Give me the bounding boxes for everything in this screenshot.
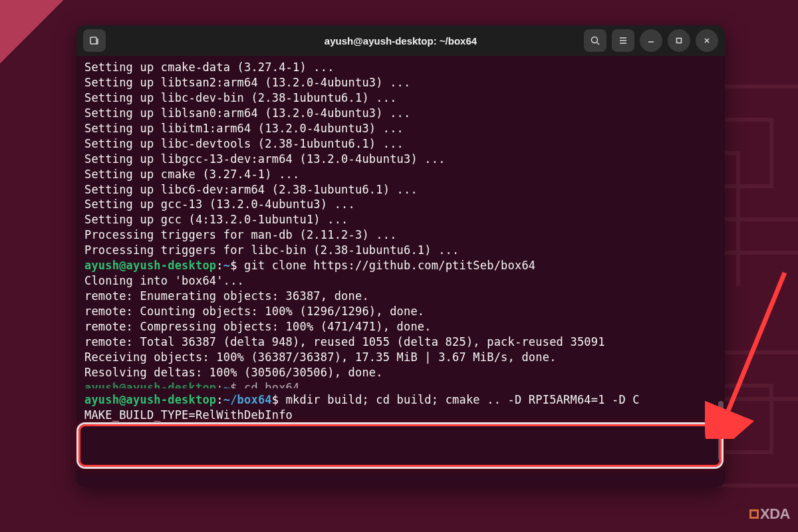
svg-rect-0 [90, 37, 96, 44]
output-line: Processing triggers for libc-bin (2.38-1… [84, 243, 717, 258]
scrollbar-thumb[interactable] [718, 401, 724, 461]
output-line: Setting up libc6-dev:arm64 (2.38-1ubuntu… [84, 182, 717, 198]
maximize-button[interactable] [668, 29, 690, 52]
output-line: Setting up liblsan0:arm64 (13.2.0-4ubunt… [84, 106, 717, 121]
prompt-path: ~ [223, 259, 230, 272]
output-line: Setting up gcc (4:13.2.0-1ubuntu1) ... [84, 212, 717, 227]
output-line: Cloning into 'box64'... [84, 273, 717, 289]
new-tab-button[interactable] [83, 29, 106, 52]
close-button[interactable] [696, 29, 718, 52]
output-line: remote: Compressing objects: 100% (471/4… [84, 319, 717, 334]
output-line: Setting up libc-devtools (2.38-1ubuntu6.… [84, 136, 717, 152]
prompt-line-current: ayush@ayush-desktop:~/box64$ mkdir build… [84, 392, 717, 408]
prompt-user: ayush@ayush-desktop [84, 259, 216, 272]
output-line: Setting up libitm1:arm64 (13.2.0-4ubuntu… [84, 121, 717, 136]
minimize-button[interactable] [640, 29, 662, 52]
output-line: Setting up cmake (3.27.4-1) ... [84, 167, 717, 182]
prompt-line: ayush@ayush-desktop:~$ git clone https:/… [84, 258, 717, 273]
window-titlebar: ayush@ayush-desktop: ~/box64 [76, 25, 725, 56]
output-line: remote: Total 36387 (delta 948), reused … [84, 334, 717, 350]
output-line: Setting up cmake-data (3.27.4-1) ... [84, 60, 717, 75]
svg-point-1 [592, 37, 598, 43]
output-line: Processing triggers for man-db (2.11.2-3… [84, 227, 717, 243]
output-line: Setting up gcc-13 (13.2.0-4ubuntu3) ... [84, 197, 717, 212]
output-line: Setting up libc-dev-bin (2.38-1ubuntu6.1… [84, 90, 717, 106]
terminal-window: ayush@ayush-desktop: ~/box64 Setting up … [76, 25, 725, 487]
search-button[interactable] [584, 29, 606, 52]
output-line: remote: Enumerating objects: 36387, done… [84, 289, 717, 304]
terminal-output[interactable]: Setting up cmake-data (3.27.4-1) ... Set… [76, 56, 725, 487]
output-line: Setting up libgcc-13-dev:arm64 (13.2.0-4… [84, 152, 717, 167]
command-continuation: MAKE_BUILD_TYPE=RelWithDebInfo [84, 408, 717, 423]
command-text: git clone https://github.com/ptitSeb/box… [244, 259, 535, 272]
svg-rect-2 [677, 39, 682, 43]
watermark-icon [749, 509, 759, 519]
output-line: remote: Counting objects: 100% (1296/129… [84, 304, 717, 319]
watermark: XDA [749, 505, 790, 523]
command-text: mkdir build; cd build; cmake .. -D RPI5A… [286, 393, 640, 406]
output-line: Resolving deltas: 100% (30506/30506), do… [84, 365, 717, 380]
prompt-path: ~/box64 [223, 393, 272, 406]
menu-button[interactable] [612, 29, 634, 52]
output-line: Receiving objects: 100% (36387/36387), 1… [84, 350, 717, 365]
output-line: Setting up libtsan2:arm64 (13.2.0-4ubunt… [84, 75, 717, 90]
prompt-user: ayush@ayush-desktop [84, 393, 216, 406]
prompt-line-cut: ayush@ayush-desktop:~$ cd box64 [84, 380, 717, 388]
